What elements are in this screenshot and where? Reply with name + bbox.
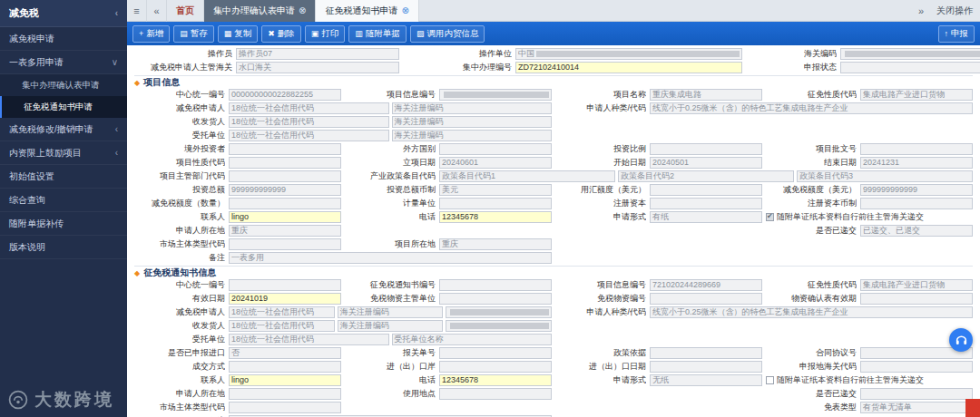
form-field-input[interactable]: 000000000022882255 xyxy=(229,89,341,101)
form-field-input[interactable]: 20241019 xyxy=(229,293,341,305)
form-field-input[interactable]: 操作员07 xyxy=(236,48,399,60)
floating-red-button[interactable] xyxy=(965,399,980,417)
form-field-input[interactable]: 18位统一社会信用代码 xyxy=(229,306,335,318)
toolbar-button[interactable]: ▤暂存 xyxy=(173,25,214,43)
form-field-input[interactable]: 999999999999 xyxy=(860,184,973,196)
toolbar-button[interactable]: +新增 xyxy=(132,25,170,43)
form-field-input[interactable]: 有纸 xyxy=(650,211,762,223)
sidebar-item[interactable]: 初始值设置 xyxy=(0,165,127,189)
form-field-input[interactable]: 有货单无清单 xyxy=(860,402,973,413)
toolbar-button[interactable]: ▥随附单据 xyxy=(348,25,407,43)
form-field-input[interactable] xyxy=(650,361,762,373)
form-field-input[interactable]: 20240501 xyxy=(650,157,762,169)
sidebar-item[interactable]: 随附单据补传 xyxy=(0,212,127,236)
form-field-input[interactable] xyxy=(439,388,552,400)
form-field-input[interactable]: 无纸 xyxy=(650,374,762,386)
form-field-input[interactable] xyxy=(229,170,341,182)
tab-close-icon[interactable]: ⊗ xyxy=(299,5,306,15)
form-field-input[interactable]: 水口海关 xyxy=(236,62,399,73)
form-field-input[interactable]: 18位统一社会信用代码 xyxy=(229,130,389,141)
form-field-input[interactable]: 18位统一社会信用代码 xyxy=(229,102,389,114)
form-field-input[interactable] xyxy=(439,293,552,305)
form-field-input[interactable] xyxy=(860,198,973,209)
sidebar-item[interactable]: 减免税申请 xyxy=(0,27,127,51)
form-field-input[interactable] xyxy=(229,279,341,291)
tab-dark[interactable]: 集中办理确认表申请⊗ xyxy=(204,0,316,22)
tab-close-icon[interactable]: ⊗ xyxy=(401,5,408,15)
toolbar-button[interactable]: ▨调用内贸信息 xyxy=(410,25,485,43)
form-field-input[interactable] xyxy=(860,143,973,155)
form-field-input[interactable]: ZD72102410014 xyxy=(515,62,742,73)
form-field-input[interactable]: 海关注册编码 xyxy=(338,306,444,318)
form-field-input[interactable] xyxy=(229,238,341,250)
sidebar-item[interactable]: 综合查询 xyxy=(0,189,127,212)
form-field-input[interactable] xyxy=(650,143,762,155)
form-field-input[interactable] xyxy=(446,320,552,332)
form-field-input[interactable] xyxy=(229,361,341,373)
form-field-input[interactable]: 否 xyxy=(229,347,341,359)
close-operations-button[interactable]: 关闭操作 xyxy=(936,5,973,17)
form-field-input[interactable]: lingo xyxy=(229,374,341,386)
form-field-input[interactable] xyxy=(229,143,341,155)
form-field-input[interactable] xyxy=(840,48,980,60)
form-field-input[interactable]: 政策条目代码2 xyxy=(618,170,794,182)
form-field-input[interactable] xyxy=(439,361,552,373)
sidebar-item[interactable]: 内资限上鼓励项目‹ xyxy=(0,141,127,165)
sidebar-item[interactable]: 一表多用申请∨ xyxy=(0,51,127,74)
form-field-input[interactable]: 海关注册编码 xyxy=(392,116,553,128)
form-field-input[interactable] xyxy=(446,306,552,318)
form-field-input[interactable]: 线宽小于0.25微米（含）的特色工艺集成电路生产企业 xyxy=(650,102,973,114)
form-field-input[interactable]: 政策条目代码3 xyxy=(797,170,973,182)
form-field-input[interactable] xyxy=(860,361,973,373)
toolbar-button[interactable]: ✖删除 xyxy=(261,25,301,43)
form-field-input[interactable]: 受托单位名称 xyxy=(392,334,553,345)
collapse-tabs-icon[interactable]: « xyxy=(147,0,167,22)
form-field-input[interactable]: 中国 xyxy=(515,48,742,60)
form-field-input[interactable] xyxy=(439,89,552,101)
sidebar-item[interactable]: 减免税修改/撤销申请‹ xyxy=(0,118,127,141)
expand-tabs-icon[interactable]: » xyxy=(911,0,931,22)
form-field-input[interactable]: 海关注册编码 xyxy=(392,130,553,141)
sidebar-item[interactable]: 版本说明 xyxy=(0,236,127,259)
tab-active[interactable]: 征免税通知书申请⊗ xyxy=(316,0,418,22)
form-field-input[interactable] xyxy=(229,388,341,400)
form-field-input[interactable] xyxy=(860,293,973,305)
form-field-input[interactable]: 重庆 xyxy=(439,238,552,250)
form-field-input[interactable]: 18位统一社会信用代码 xyxy=(229,334,389,345)
sidebar-item[interactable]: 集中办理确认表申请 xyxy=(0,74,127,96)
customer-service-button[interactable] xyxy=(949,328,973,352)
form-field-input[interactable]: 海关注册编码 xyxy=(338,320,444,332)
form-field-input[interactable] xyxy=(229,402,341,413)
form-field-input[interactable] xyxy=(650,198,762,209)
checkbox[interactable] xyxy=(766,213,774,221)
form-field-input[interactable]: 12345678 xyxy=(439,211,552,223)
form-field-input[interactable] xyxy=(650,347,762,359)
form-field-input[interactable] xyxy=(650,293,762,305)
form-field-input[interactable] xyxy=(439,198,552,209)
form-field-input[interactable]: 12345678 xyxy=(439,374,552,386)
form-field-input[interactable] xyxy=(229,198,341,209)
form-field-input[interactable] xyxy=(860,388,973,400)
form-field-input[interactable]: 集成电路产业进口货物 xyxy=(860,89,973,101)
form-field-input[interactable]: 美元 xyxy=(439,184,552,196)
form-field-input[interactable]: 18位统一社会信用代码 xyxy=(229,320,335,332)
declare-button[interactable]: ↑ 申报 xyxy=(938,25,975,43)
form-field-input[interactable] xyxy=(840,62,980,73)
hamburger-menu-icon[interactable]: ≡ xyxy=(127,0,147,22)
form-field-input[interactable]: 重庆集成电路 xyxy=(650,89,762,101)
form-field-input[interactable]: 线宽小于0.25微米（含）的特色工艺集成电路生产企业 xyxy=(650,306,973,318)
form-field-input[interactable] xyxy=(439,347,552,359)
checkbox[interactable] xyxy=(766,376,774,384)
form-field-input[interactable]: 999999999999 xyxy=(229,184,341,196)
form-field-input[interactable] xyxy=(439,279,552,291)
form-field-input[interactable]: 一表多用 xyxy=(229,252,552,264)
sidebar-item[interactable]: 征免税通知书申请 xyxy=(0,96,127,118)
form-field-input[interactable]: 721020244289669 xyxy=(650,279,762,291)
form-field-input[interactable]: 集成电路产业进口货物 xyxy=(860,279,973,291)
form-field-input[interactable]: lingo xyxy=(229,211,341,223)
form-field-input[interactable] xyxy=(229,157,341,169)
tab-home[interactable]: 首页 xyxy=(167,0,204,22)
form-field-input[interactable] xyxy=(650,184,762,196)
form-field-input[interactable]: 20240601 xyxy=(439,157,552,169)
toolbar-button[interactable]: ▦复制 xyxy=(218,25,259,43)
